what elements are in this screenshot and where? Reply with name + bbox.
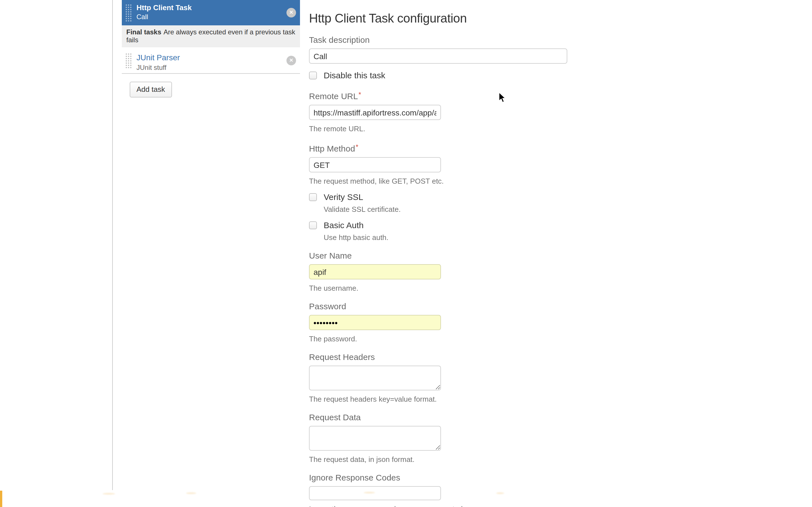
panel-divider xyxy=(112,0,113,490)
required-asterisk: * xyxy=(356,143,358,151)
drag-handle-icon[interactable] xyxy=(125,4,133,21)
disable-task-row: Disable this task xyxy=(309,70,574,80)
remove-task-icon[interactable]: ✕ xyxy=(287,8,296,17)
request-headers-help: The request headers key=value format. xyxy=(309,395,574,403)
basic-auth-help: Use http basic auth. xyxy=(324,233,574,242)
task-link-junit-parser[interactable]: JUnit Parser xyxy=(137,53,180,62)
page-canvas: Http Client Task Call ✕ Final tasksAre a… xyxy=(0,0,812,507)
drag-handle-icon[interactable] xyxy=(125,53,133,68)
user-name-input[interactable] xyxy=(309,264,441,279)
final-tasks-title: Final tasks xyxy=(126,28,161,36)
add-task-button[interactable]: Add task xyxy=(130,82,172,98)
task-item-title: Http Client Task xyxy=(137,3,283,12)
remove-task-icon[interactable]: ✕ xyxy=(287,56,296,65)
remote-url-label: Remote URL* xyxy=(309,90,574,101)
verify-ssl-help: Validate SSL certificate. xyxy=(324,205,574,214)
bottom-artifact xyxy=(186,492,196,494)
disable-task-checkbox[interactable] xyxy=(309,71,317,79)
bottom-artifact xyxy=(103,493,115,495)
user-name-help: The username. xyxy=(309,284,574,292)
password-label: Password xyxy=(309,301,574,312)
basic-auth-row: Basic Auth xyxy=(309,220,574,230)
http-method-label: Http Method* xyxy=(309,142,574,154)
verify-ssl-label: Verity SSL xyxy=(324,192,363,202)
task-list-divider xyxy=(122,73,300,74)
request-data-label: Request Data xyxy=(309,412,574,422)
final-tasks-header: Final tasksAre always executed even if a… xyxy=(122,25,300,47)
task-configuration-form: Http Client Task configuration Task desc… xyxy=(309,0,574,507)
verify-ssl-row: Verity SSL xyxy=(309,192,574,202)
task-list-panel: Http Client Task Call ✕ Final tasksAre a… xyxy=(122,0,300,98)
ignore-response-codes-help: Ignore these response code, comma sepera… xyxy=(309,505,574,507)
task-item-subtitle: JUnit stuff xyxy=(137,64,283,71)
basic-auth-label: Basic Auth xyxy=(324,220,364,230)
task-item-junit-parser[interactable]: JUnit Parser JUnit stuff ✕ xyxy=(122,47,300,73)
basic-auth-checkbox[interactable] xyxy=(309,221,317,229)
task-item-http-client-selected[interactable]: Http Client Task Call ✕ xyxy=(122,0,300,25)
http-method-input[interactable] xyxy=(309,157,441,172)
required-asterisk: * xyxy=(358,91,361,99)
task-item-subtitle: Call xyxy=(137,13,283,21)
mouse-cursor xyxy=(499,92,506,106)
http-method-help: The request method, like GET, POST etc. xyxy=(309,177,574,185)
ignore-response-codes-label: Ignore Response Codes xyxy=(309,473,574,483)
remote-url-help: The remote URL. xyxy=(309,124,574,133)
task-description-input[interactable] xyxy=(309,48,567,64)
task-description-label: Task description xyxy=(309,35,574,45)
request-headers-textarea[interactable] xyxy=(309,365,441,390)
user-name-label: User Name xyxy=(309,251,574,261)
remote-url-input[interactable] xyxy=(309,105,441,120)
request-data-help: The request data, in json format. xyxy=(309,455,574,464)
request-headers-label: Request Headers xyxy=(309,352,574,362)
bottom-left-accent-bar xyxy=(0,491,2,507)
ignore-response-codes-input[interactable] xyxy=(309,486,441,500)
disable-task-label: Disable this task xyxy=(324,70,385,80)
verify-ssl-checkbox[interactable] xyxy=(309,193,317,201)
page-title: Http Client Task configuration xyxy=(309,11,574,26)
password-input[interactable] xyxy=(309,315,441,330)
request-data-textarea[interactable] xyxy=(309,426,441,451)
bottom-artifact xyxy=(364,492,375,494)
password-help: The password. xyxy=(309,335,574,343)
bottom-artifact xyxy=(496,492,504,494)
